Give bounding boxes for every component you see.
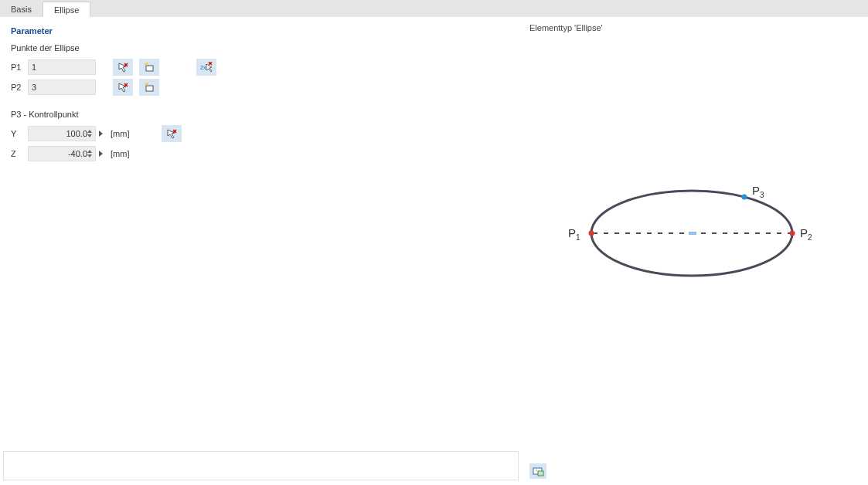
svg-text:2x: 2x [200, 65, 206, 70]
parameter-panel: Parameter Punkte der Ellipse P1 1 2x [3, 20, 519, 445]
svg-marker-16 [168, 130, 175, 138]
svg-text:P1: P1 [568, 226, 580, 242]
new-point-icon[interactable] [139, 59, 159, 76]
multi-pick-icon[interactable]: 2x [196, 59, 216, 76]
stepper-up-icon[interactable] [87, 130, 92, 133]
y-input[interactable]: 100.0 [28, 126, 96, 141]
svg-marker-7 [206, 64, 212, 72]
pick-point-icon[interactable] [113, 79, 133, 96]
z-label: Z [11, 149, 25, 158]
control-section-label: P3 - Kontrollpunkt [11, 110, 511, 119]
p2-input[interactable]: 3 [28, 80, 96, 95]
pick-point-icon[interactable] [113, 59, 133, 76]
svg-text:P2: P2 [800, 226, 812, 242]
svg-marker-0 [119, 63, 126, 72]
svg-text:P3: P3 [752, 184, 764, 199]
unit-label: [mm] [111, 149, 137, 158]
new-point-icon[interactable] [139, 79, 159, 96]
preview-title: Elementtyp 'Ellipse' [529, 23, 860, 32]
svg-point-26 [742, 195, 747, 200]
play-icon[interactable] [99, 151, 103, 157]
screenshot-icon[interactable] [529, 463, 546, 479]
ellipse-diagram: P1 P2 P3 [522, 40, 862, 318]
p1-input[interactable]: 1 [28, 59, 96, 75]
unit-label: [mm] [111, 129, 137, 138]
y-label: Y [11, 129, 25, 138]
pick-point-icon[interactable] [162, 125, 182, 142]
tab-basis[interactable]: Basis [0, 2, 43, 17]
svg-marker-10 [119, 83, 126, 92]
preview-area: P1 P2 P3 [522, 40, 868, 457]
p2-label: P2 [11, 83, 25, 92]
stepper-up-icon[interactable] [87, 150, 92, 153]
tab-ellipse[interactable]: Ellipse [43, 2, 90, 17]
preview-panel: Elementtyp 'Ellipse' P1 P2 P3 [522, 17, 868, 483]
panel-title: Parameter [11, 26, 511, 36]
svg-rect-21 [689, 232, 696, 235]
svg-rect-3 [146, 66, 153, 71]
svg-point-24 [790, 231, 795, 236]
z-input[interactable]: -40.0 [28, 146, 96, 161]
svg-point-30 [536, 470, 537, 471]
svg-rect-29 [538, 471, 543, 476]
svg-point-22 [589, 231, 594, 236]
tab-bar: Basis Ellipse [0, 0, 868, 17]
p1-label: P1 [11, 63, 25, 72]
points-section-label: Punkte der Ellipse [11, 43, 511, 53]
stepper-down-icon[interactable] [87, 134, 92, 137]
svg-rect-13 [146, 86, 153, 91]
stepper-down-icon[interactable] [87, 154, 92, 158]
bottom-panel [3, 451, 519, 480]
play-icon[interactable] [99, 131, 103, 137]
